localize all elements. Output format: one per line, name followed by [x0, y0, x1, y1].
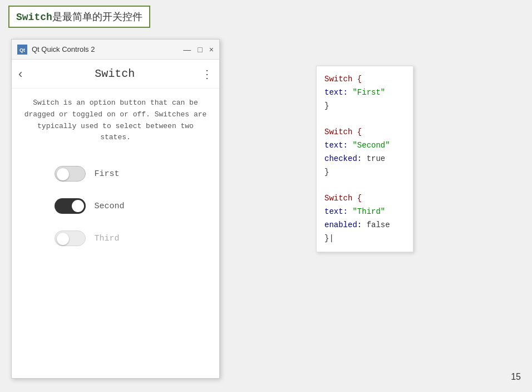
code-block-3: Switch { text: "Third" enabled: false }| [324, 192, 405, 245]
app-content: Switch is an option button that can bedr… [12, 89, 219, 378]
page-number: 15 [511, 372, 521, 382]
app-header: ‹ Switch ⋮ [12, 60, 219, 89]
code-val-enabled-3: false [367, 220, 390, 229]
code-keyword-3: Switch { [324, 194, 362, 203]
code-prop-text-1: text: [324, 88, 352, 97]
minimize-button[interactable]: — [183, 46, 191, 53]
switch-row-second: Second [55, 198, 128, 214]
toggle-knob-third [57, 233, 69, 245]
app-title: Switch [28, 67, 201, 80]
toggle-second[interactable] [55, 198, 86, 214]
back-button[interactable]: ‹ [18, 67, 22, 81]
title-rest: 是最简单的开关控件 [52, 12, 142, 23]
code-prop-checked-2: checked: [324, 154, 367, 163]
toggle-knob-second [72, 200, 84, 212]
code-val-checked-2: true [367, 154, 386, 163]
close-button[interactable]: × [209, 46, 214, 53]
code-block-1: Switch { text: "First" } [324, 73, 405, 112]
description-text: Switch is an option button that can bedr… [24, 97, 207, 144]
code-close-2: } [324, 168, 329, 177]
switch-label-first: First [95, 169, 128, 179]
toggle-knob-first [57, 168, 69, 180]
window-title: Qt Quick Controls 2 [32, 45, 183, 53]
svg-text:Qt: Qt [19, 47, 25, 53]
switch-row-first: First [55, 166, 128, 182]
code-close-1: } [324, 101, 329, 110]
title-keyword: Switch [16, 12, 52, 23]
qt-icon: Qt [17, 45, 27, 55]
toggle-first[interactable] [55, 166, 86, 182]
title-box: Switch是最简单的开关控件 [8, 6, 150, 28]
switch-label-second: Second [95, 202, 128, 211]
code-panel: Switch { text: "First" } Switch { text: … [316, 66, 413, 252]
menu-button[interactable]: ⋮ [201, 67, 213, 81]
code-val-text-2: "Second" [352, 141, 390, 150]
code-val-text-1: "First" [352, 88, 385, 97]
switch-label-third: Third [95, 234, 128, 243]
switch-row-third: Third [55, 231, 128, 246]
code-val-text-3: "Third" [352, 207, 385, 216]
code-prop-text-3: text: [324, 207, 352, 216]
switch-list: First Second Third [55, 166, 177, 246]
code-block-2: Switch { text: "Second" checked: true } [324, 126, 405, 179]
toggle-third [55, 231, 86, 246]
code-close-3: }| [324, 234, 334, 243]
qt-window: Qt Qt Quick Controls 2 — □ × ‹ Switch ⋮ … [11, 39, 220, 379]
code-prop-enabled-3: enabled: [324, 220, 367, 229]
code-prop-text-2: text: [324, 141, 352, 150]
code-keyword-2: Switch { [324, 128, 362, 136]
code-keyword-1: Switch { [324, 75, 362, 84]
maximize-button[interactable]: □ [198, 46, 202, 53]
window-titlebar: Qt Qt Quick Controls 2 — □ × [12, 40, 219, 60]
window-controls: — □ × [183, 46, 214, 53]
